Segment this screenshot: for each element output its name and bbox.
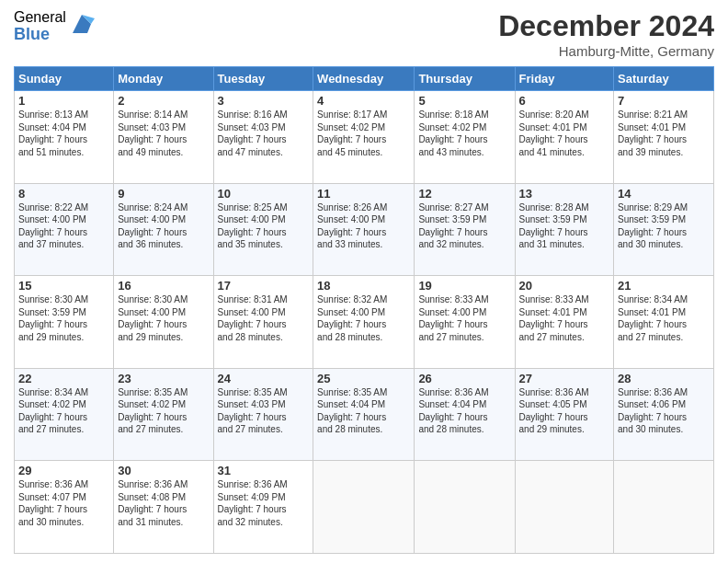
location: Hamburg-Mitte, Germany: [498, 43, 714, 59]
logo-icon: [69, 11, 95, 37]
day-info: Sunrise: 8:13 AM Sunset: 4:04 PM Dayligh…: [18, 109, 109, 158]
day-number: 10: [218, 187, 310, 201]
table-row: 15Sunrise: 8:30 AM Sunset: 3:59 PM Dayli…: [15, 276, 114, 369]
day-info: Sunrise: 8:36 AM Sunset: 4:05 PM Dayligh…: [519, 386, 610, 436]
day-number: 8: [18, 187, 109, 201]
day-number: 27: [519, 372, 610, 385]
day-number: 25: [317, 372, 410, 385]
table-row: 20Sunrise: 8:33 AM Sunset: 4:01 PM Dayli…: [515, 276, 614, 369]
table-row: 28Sunrise: 8:36 AM Sunset: 4:06 PM Dayli…: [614, 368, 714, 461]
header-tuesday: Tuesday: [213, 67, 313, 91]
table-row: 14Sunrise: 8:29 AM Sunset: 3:59 PM Dayli…: [614, 183, 714, 276]
day-number: 4: [317, 94, 410, 108]
calendar-week-row: 29Sunrise: 8:36 AM Sunset: 4:07 PM Dayli…: [15, 461, 714, 554]
header-thursday: Thursday: [415, 67, 515, 91]
calendar-week-row: 8Sunrise: 8:22 AM Sunset: 4:00 PM Daylig…: [15, 183, 714, 276]
logo: General Blue: [14, 9, 95, 43]
day-info: Sunrise: 8:36 AM Sunset: 4:09 PM Dayligh…: [218, 478, 310, 528]
table-row: 5Sunrise: 8:18 AM Sunset: 4:02 PM Daylig…: [415, 91, 515, 184]
table-row: 25Sunrise: 8:35 AM Sunset: 4:04 PM Dayli…: [313, 368, 415, 461]
table-row: 4Sunrise: 8:17 AM Sunset: 4:02 PM Daylig…: [313, 91, 415, 184]
day-number: 31: [218, 464, 310, 477]
day-number: 12: [418, 187, 510, 201]
table-row: 18Sunrise: 8:32 AM Sunset: 4:00 PM Dayli…: [313, 276, 415, 369]
header-sunday: Sunday: [15, 67, 114, 91]
table-row: 21Sunrise: 8:34 AM Sunset: 4:01 PM Dayli…: [614, 276, 714, 369]
day-info: Sunrise: 8:22 AM Sunset: 4:00 PM Dayligh…: [18, 201, 109, 251]
table-row: [614, 461, 714, 554]
logo-general: General: [14, 9, 66, 26]
day-info: Sunrise: 8:32 AM Sunset: 4:00 PM Dayligh…: [317, 293, 410, 343]
day-number: 30: [118, 464, 209, 477]
table-row: 1Sunrise: 8:13 AM Sunset: 4:04 PM Daylig…: [15, 91, 114, 184]
header-friday: Friday: [515, 67, 614, 91]
calendar-week-row: 1Sunrise: 8:13 AM Sunset: 4:04 PM Daylig…: [15, 91, 714, 184]
day-number: 26: [418, 372, 510, 385]
day-info: Sunrise: 8:33 AM Sunset: 4:01 PM Dayligh…: [519, 293, 610, 343]
table-row: 16Sunrise: 8:30 AM Sunset: 4:00 PM Dayli…: [114, 276, 213, 369]
day-info: Sunrise: 8:36 AM Sunset: 4:04 PM Dayligh…: [418, 386, 510, 436]
day-number: 28: [618, 372, 710, 385]
table-row: 10Sunrise: 8:25 AM Sunset: 4:00 PM Dayli…: [213, 183, 313, 276]
calendar-table: Sunday Monday Tuesday Wednesday Thursday…: [14, 66, 714, 554]
day-info: Sunrise: 8:14 AM Sunset: 4:03 PM Dayligh…: [118, 109, 209, 158]
table-row: 2Sunrise: 8:14 AM Sunset: 4:03 PM Daylig…: [114, 91, 213, 184]
table-row: 26Sunrise: 8:36 AM Sunset: 4:04 PM Dayli…: [415, 368, 515, 461]
table-row: 24Sunrise: 8:35 AM Sunset: 4:03 PM Dayli…: [213, 368, 313, 461]
day-number: 29: [18, 464, 109, 477]
logo-blue: Blue: [14, 26, 66, 44]
day-number: 17: [218, 279, 310, 293]
day-number: 7: [618, 94, 710, 108]
table-row: 9Sunrise: 8:24 AM Sunset: 4:00 PM Daylig…: [114, 183, 213, 276]
day-info: Sunrise: 8:20 AM Sunset: 4:01 PM Dayligh…: [519, 109, 610, 158]
day-info: Sunrise: 8:24 AM Sunset: 4:00 PM Dayligh…: [118, 201, 209, 251]
header-wednesday: Wednesday: [313, 67, 415, 91]
day-info: Sunrise: 8:18 AM Sunset: 4:02 PM Dayligh…: [418, 109, 510, 158]
day-info: Sunrise: 8:25 AM Sunset: 4:00 PM Dayligh…: [218, 201, 310, 251]
month-title: December 2024: [498, 9, 714, 43]
table-row: 27Sunrise: 8:36 AM Sunset: 4:05 PM Dayli…: [515, 368, 614, 461]
table-row: 8Sunrise: 8:22 AM Sunset: 4:00 PM Daylig…: [15, 183, 114, 276]
day-info: Sunrise: 8:29 AM Sunset: 3:59 PM Dayligh…: [618, 201, 710, 251]
day-info: Sunrise: 8:17 AM Sunset: 4:02 PM Dayligh…: [317, 109, 410, 158]
table-row: 7Sunrise: 8:21 AM Sunset: 4:01 PM Daylig…: [614, 91, 714, 184]
day-info: Sunrise: 8:36 AM Sunset: 4:07 PM Dayligh…: [18, 478, 109, 528]
header-monday: Monday: [114, 67, 213, 91]
day-info: Sunrise: 8:36 AM Sunset: 4:08 PM Dayligh…: [118, 478, 209, 528]
table-row: 31Sunrise: 8:36 AM Sunset: 4:09 PM Dayli…: [213, 461, 313, 554]
day-number: 20: [519, 279, 610, 293]
day-number: 11: [317, 187, 410, 201]
day-number: 9: [118, 187, 209, 201]
day-info: Sunrise: 8:16 AM Sunset: 4:03 PM Dayligh…: [218, 109, 310, 158]
calendar-page: General Blue December 2024 Hamburg-Mitte…: [0, 0, 728, 563]
table-row: 29Sunrise: 8:36 AM Sunset: 4:07 PM Dayli…: [15, 461, 114, 554]
table-row: 22Sunrise: 8:34 AM Sunset: 4:02 PM Dayli…: [15, 368, 114, 461]
day-info: Sunrise: 8:30 AM Sunset: 3:59 PM Dayligh…: [18, 293, 109, 343]
day-info: Sunrise: 8:30 AM Sunset: 4:00 PM Dayligh…: [118, 293, 209, 343]
day-number: 5: [418, 94, 510, 108]
day-info: Sunrise: 8:35 AM Sunset: 4:03 PM Dayligh…: [218, 386, 310, 436]
day-info: Sunrise: 8:28 AM Sunset: 3:59 PM Dayligh…: [519, 201, 610, 251]
day-info: Sunrise: 8:35 AM Sunset: 4:04 PM Dayligh…: [317, 386, 410, 436]
day-number: 23: [118, 372, 209, 385]
day-number: 1: [18, 94, 109, 108]
table-row: 6Sunrise: 8:20 AM Sunset: 4:01 PM Daylig…: [515, 91, 614, 184]
day-number: 6: [519, 94, 610, 108]
day-number: 16: [118, 279, 209, 293]
table-row: [313, 461, 415, 554]
day-number: 3: [218, 94, 310, 108]
day-number: 14: [618, 187, 710, 201]
day-info: Sunrise: 8:31 AM Sunset: 4:00 PM Dayligh…: [218, 293, 310, 343]
day-info: Sunrise: 8:21 AM Sunset: 4:01 PM Dayligh…: [618, 109, 710, 158]
day-info: Sunrise: 8:34 AM Sunset: 4:02 PM Dayligh…: [18, 386, 109, 436]
day-number: 21: [618, 279, 710, 293]
day-number: 15: [18, 279, 109, 293]
table-row: [415, 461, 515, 554]
table-row: 3Sunrise: 8:16 AM Sunset: 4:03 PM Daylig…: [213, 91, 313, 184]
calendar-week-row: 22Sunrise: 8:34 AM Sunset: 4:02 PM Dayli…: [15, 368, 714, 461]
day-number: 2: [118, 94, 209, 108]
calendar-header-row: Sunday Monday Tuesday Wednesday Thursday…: [15, 67, 714, 91]
table-row: 17Sunrise: 8:31 AM Sunset: 4:00 PM Dayli…: [213, 276, 313, 369]
day-number: 22: [18, 372, 109, 385]
day-info: Sunrise: 8:26 AM Sunset: 4:00 PM Dayligh…: [317, 201, 410, 251]
